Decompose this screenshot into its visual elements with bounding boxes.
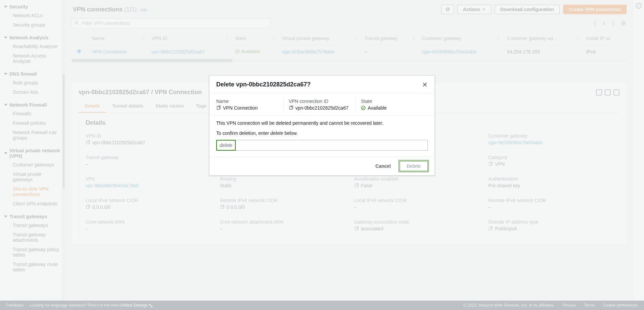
svg-rect-15 <box>289 107 292 110</box>
modal-confirm-instruction: To confirm deletion, enter delete below. <box>216 130 428 136</box>
confirm-delete-input[interactable] <box>236 140 428 151</box>
modal-state-label: State <box>361 99 422 104</box>
modal-warning-text: This VPN connection will be deleted perm… <box>216 120 428 126</box>
modal-name-value: VPN Connection <box>216 105 278 111</box>
modal-name-label: Name <box>216 99 278 104</box>
copy-icon[interactable] <box>216 106 221 110</box>
modal-state-value: Available <box>361 105 422 111</box>
cancel-button[interactable]: Cancel <box>370 161 396 171</box>
modal-id-value: vpn-0bbc2102825d2ca67 <box>289 105 350 111</box>
modal-id-label: VPN connection ID <box>289 99 350 104</box>
modal-title: Delete vpn-0bbc2102825d2ca67? <box>216 81 311 88</box>
confirm-input-highlight: delete <box>216 140 236 151</box>
check-circle-icon <box>361 106 366 110</box>
svg-rect-14 <box>217 107 220 110</box>
delete-button[interactable]: Delete <box>400 161 428 171</box>
close-icon[interactable]: ✕ <box>422 81 428 88</box>
copy-icon[interactable] <box>289 106 293 110</box>
delete-confirm-modal: Delete vpn-0bbc2102825d2ca67? ✕ Name VPN… <box>209 75 435 176</box>
